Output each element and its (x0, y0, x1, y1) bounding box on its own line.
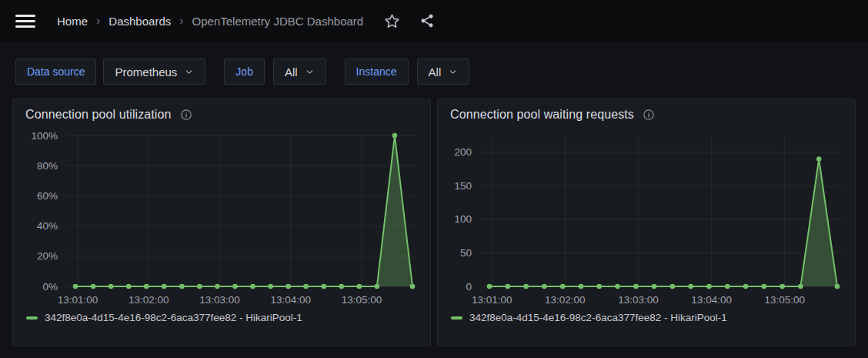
legend-series-label: 342f8e0a-4d15-4e16-98c2-6aca377fee82 - H… (469, 312, 727, 323)
variable-job: Job All (224, 59, 326, 85)
panel-title: Connection pool utilization (25, 108, 172, 122)
breadcrumb-current-page: OpenTelemetry JDBC Dashboard (192, 15, 364, 28)
variable-datasource: Data source Prometheus (15, 59, 205, 85)
breadcrumb-dashboards[interactable]: Dashboards (108, 15, 171, 28)
datasource-value: Prometheus (115, 65, 177, 79)
panel-connection-pool-waiting-requests: Connection pool waiting requests 13:01:0… (437, 99, 856, 346)
panel-header: Connection pool utilization (13, 99, 430, 123)
svg-text:200: 200 (454, 146, 472, 158)
job-value: All (285, 65, 298, 79)
svg-text:13:01:00: 13:01:00 (472, 294, 512, 306)
legend-item[interactable]: 342f8e0a-4d15-4e16-98c2-6aca377fee82 - H… (13, 309, 430, 323)
svg-text:13:05:00: 13:05:00 (765, 294, 806, 306)
share-icon[interactable] (419, 12, 436, 29)
panels-row: Connection pool utilization 13:01:0013:0… (0, 85, 868, 346)
svg-text:13:01:00: 13:01:00 (58, 294, 98, 306)
svg-text:20%: 20% (37, 250, 58, 262)
svg-text:60%: 60% (37, 190, 58, 202)
datasource-dropdown[interactable]: Prometheus (103, 59, 205, 85)
chevron-right-icon: › (179, 15, 183, 27)
instance-label: Instance (345, 59, 409, 85)
svg-text:100: 100 (454, 213, 472, 225)
datasource-label: Data source (15, 59, 96, 85)
svg-text:80%: 80% (37, 160, 58, 172)
legend-series-swatch (451, 316, 462, 320)
variable-instance: Instance All (345, 59, 470, 85)
panel-header: Connection pool waiting requests (438, 99, 855, 123)
svg-text:40%: 40% (37, 220, 58, 232)
panel-connection-pool-utilization: Connection pool utilization 13:01:0013:0… (12, 99, 431, 346)
svg-text:13:02:00: 13:02:00 (545, 294, 586, 306)
svg-text:50: 50 (460, 247, 472, 259)
svg-text:13:05:00: 13:05:00 (342, 294, 382, 306)
panel-title: Connection pool waiting requests (450, 108, 634, 122)
chevron-down-icon (305, 67, 315, 77)
timeseries-chart-waiting-requests[interactable]: 13:01:0013:02:0013:03:0013:04:0013:05:00… (449, 128, 843, 309)
instance-dropdown[interactable]: All (417, 59, 470, 85)
info-icon[interactable] (180, 109, 192, 121)
job-label: Job (224, 59, 265, 85)
chevron-down-icon (448, 67, 458, 77)
svg-text:13:03:00: 13:03:00 (618, 294, 659, 306)
chevron-right-icon: › (96, 15, 100, 27)
hamburger-menu-icon[interactable] (15, 15, 35, 28)
svg-text:0: 0 (466, 281, 472, 293)
svg-text:13:03:00: 13:03:00 (199, 294, 240, 306)
top-navbar: Home › Dashboards › OpenTelemetry JDBC D… (0, 0, 868, 42)
star-icon[interactable] (383, 12, 400, 29)
legend-item[interactable]: 342f8e0a-4d15-4e16-98c2-6aca377fee82 - H… (438, 309, 855, 323)
svg-text:0%: 0% (42, 281, 58, 293)
navbar-actions (383, 12, 436, 29)
legend-series-swatch (26, 316, 38, 320)
svg-text:13:02:00: 13:02:00 (129, 294, 169, 306)
svg-text:100%: 100% (31, 130, 58, 142)
job-dropdown[interactable]: All (273, 59, 326, 85)
dashboard-variables-row: Data source Prometheus Job All Instance … (0, 42, 868, 85)
chevron-down-icon (184, 67, 194, 77)
legend-series-label: 342f8e0a-4d15-4e16-98c2-6aca377fee82 - H… (45, 312, 302, 323)
svg-text:13:04:00: 13:04:00 (691, 294, 732, 306)
timeseries-chart-utilization[interactable]: 13:01:0013:02:0013:03:0013:04:0013:05:00… (25, 128, 419, 309)
breadcrumb-home[interactable]: Home (57, 15, 88, 28)
breadcrumb: Home › Dashboards › OpenTelemetry JDBC D… (57, 15, 363, 28)
svg-text:150: 150 (454, 180, 472, 192)
info-icon[interactable] (643, 109, 655, 121)
svg-text:13:04:00: 13:04:00 (270, 294, 311, 306)
instance-value: All (429, 65, 442, 79)
